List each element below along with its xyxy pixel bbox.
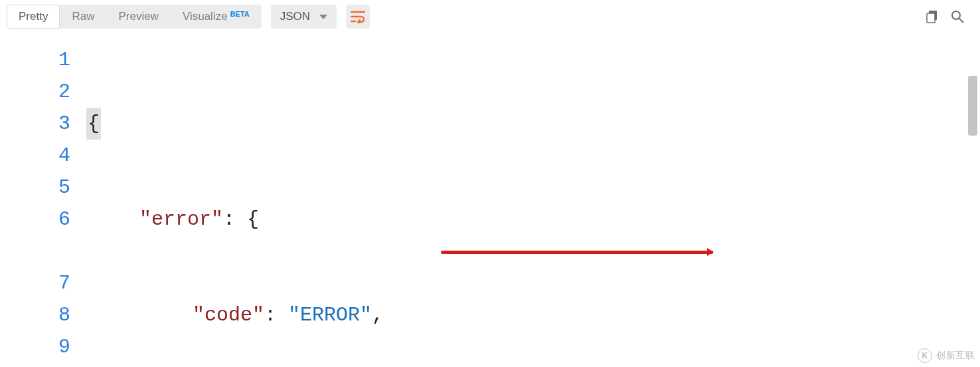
watermark-text: 创新互联: [936, 350, 975, 362]
body-view-tabs: Pretty Raw Preview VisualizeBETA: [7, 5, 262, 29]
tab-pretty[interactable]: Pretty: [7, 5, 60, 29]
code-line: {: [86, 108, 947, 140]
copy-icon: [926, 10, 939, 23]
response-view-toolbar: Pretty Raw Preview VisualizeBETA JSON: [0, 0, 980, 33]
annotation-underline: [441, 251, 713, 254]
line-number: 6: [0, 203, 70, 267]
line-number: 7: [0, 267, 70, 299]
chevron-down-icon: [319, 15, 327, 19]
svg-rect-3: [927, 13, 935, 23]
response-body: 1 2 3 4 5 6 7 8 9 { "error": { "code": "…: [0, 33, 980, 367]
scrollbar-thumb[interactable]: [968, 76, 977, 136]
tab-raw[interactable]: Raw: [60, 5, 106, 29]
line-number: 4: [0, 140, 70, 172]
svg-point-4: [952, 11, 960, 19]
tab-visualize[interactable]: VisualizeBETA: [171, 5, 262, 29]
wrap-icon: [351, 10, 365, 23]
search-button[interactable]: [951, 10, 964, 23]
line-number: 1: [0, 44, 70, 76]
search-icon: [951, 10, 964, 23]
line-gutter: 1 2 3 4 5 6 7 8 9: [0, 33, 86, 367]
watermark-logo-icon: K: [918, 348, 932, 363]
watermark: K 创新互联: [918, 348, 975, 363]
wrap-lines-button[interactable]: [346, 5, 370, 29]
line-number: 9: [0, 331, 70, 363]
language-dropdown[interactable]: JSON: [271, 5, 337, 29]
tab-preview[interactable]: Preview: [106, 5, 170, 29]
svg-line-5: [959, 19, 963, 23]
line-number: 2: [0, 76, 70, 108]
language-dropdown-label: JSON: [280, 10, 310, 23]
copy-button[interactable]: [926, 10, 939, 23]
code-line: "error": {: [86, 203, 947, 235]
line-number: 8: [0, 299, 70, 331]
beta-badge: BETA: [230, 10, 250, 18]
toolbar-right-icons: [926, 10, 973, 23]
line-number: 5: [0, 172, 70, 203]
code-line: "code": "ERROR",: [86, 299, 947, 331]
code-content[interactable]: { "error": { "code": "ERROR", "message":…: [86, 33, 980, 367]
line-number: 3: [0, 108, 70, 140]
